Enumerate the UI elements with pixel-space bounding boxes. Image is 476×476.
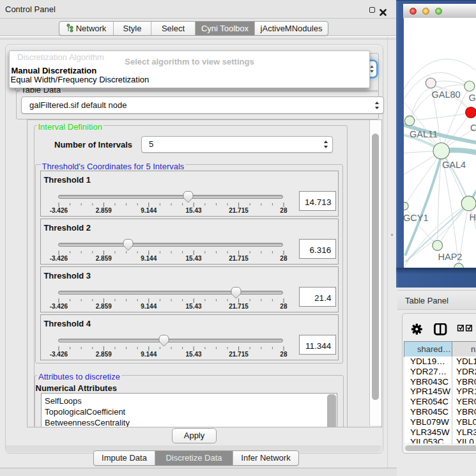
svg-text:GAL80: GAL80 bbox=[432, 89, 461, 100]
svg-text:GCY1: GCY1 bbox=[404, 213, 429, 223]
svg-text:GAL11: GAL11 bbox=[410, 129, 438, 139]
svg-text:C: C bbox=[470, 123, 476, 133]
svg-text:H: H bbox=[470, 212, 476, 222]
svg-text:GAL4: GAL4 bbox=[442, 160, 466, 170]
svg-text:HAP2: HAP2 bbox=[438, 252, 463, 262]
svg-text:GA: GA bbox=[469, 93, 476, 103]
